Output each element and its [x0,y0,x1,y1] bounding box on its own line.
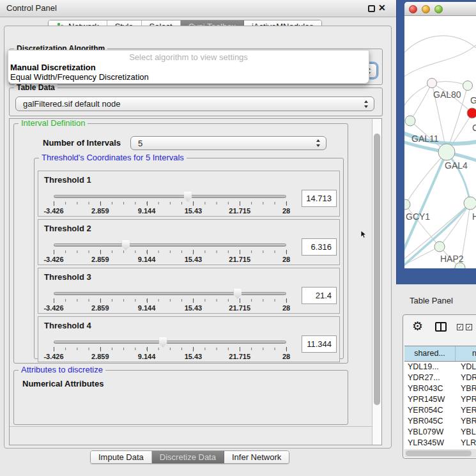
threshold-3-slider[interactable]: -3.4262.8599.14415.4321.71528 [54,289,286,313]
table-header-row: shared... na [404,346,476,362]
checkbox-icon[interactable]: ✓ [466,324,472,330]
tab-infer-network[interactable]: Infer Network [224,451,289,463]
threshold-3-value-field[interactable]: 21.4 [302,287,337,304]
bottom-tabs: Impute Data Discretize Data Infer Networ… [90,450,289,464]
table-row[interactable]: YPR145WYPR1 [404,394,476,405]
mouse-cursor [360,230,367,239]
node-hap2[interactable] [434,242,445,252]
table-panel-title: Table Panel [410,296,453,305]
threshold-1-value-field[interactable]: 14.713 [302,190,337,207]
control-panel-titlebar: Control Panel ✕ [0,0,396,17]
interval-definition-title: Interval Definition [19,119,88,128]
svg-text:GCY1: GCY1 [406,211,430,222]
tab-discretize-data[interactable]: Discretize Data [152,451,224,463]
popup-item-equal-width-frequency[interactable]: Equal Width/Frequency Discretization [10,72,149,82]
network-window-frame: GAL80 GA C GAL11 GAL4 GCY1 H HAP2 [396,0,476,284]
node-gal11[interactable] [405,116,415,126]
svg-text:GA: GA [470,95,476,105]
threshold-4-card: Threshold 4 -3.4262.8599.14415.4321.7152… [38,316,340,362]
gear-icon[interactable]: ⚙ [412,320,423,333]
float-window-icon[interactable] [368,5,375,12]
slider-thumb[interactable] [159,337,167,348]
slider-ticks [54,250,286,253]
node-selected-red[interactable] [467,108,476,118]
threshold-3-label: Threshold 3 [44,272,91,282]
table-row[interactable]: YBL079WYBL0 [404,427,476,438]
slider-thumb[interactable] [121,240,130,250]
svg-text:C: C [472,123,476,133]
number-of-intervals-value: 5 [138,137,142,150]
attributes-group [13,370,348,425]
settings-scrollpane: Interval Definition Number of Intervals … [9,118,382,445]
threshold-2-value-field[interactable]: 6.316 [302,238,337,256]
node-partial-g[interactable] [463,81,473,91]
table-panel-card: ⚙ ✓ ✓ shared... na YDL19...YDL1 YDR27...… [403,314,476,459]
attributes-group-title: Attributes to discretize [19,365,105,374]
threshold-4-label: Threshold 4 [44,321,91,330]
svg-text:H: H [472,211,476,222]
table-row[interactable]: YBR045CYBR0 [404,416,476,427]
svg-text:GAL11: GAL11 [411,134,439,144]
table-row[interactable]: YBR043CYBR0 [404,383,476,394]
panel-title: Control Panel [6,0,57,17]
scrollbar-thumb[interactable] [374,134,380,405]
slider-thumb[interactable] [233,289,242,299]
threshold-3-card: Threshold 3 -3.4262.8599.14415.4321.7152… [38,268,340,314]
minimize-traffic-light[interactable] [422,5,430,13]
node-table: shared... na YDL19...YDL1 YDR27...YDR2 Y… [404,346,476,459]
popup-item-manual-discretization[interactable]: Manual Discretization [10,63,96,72]
combo-arrows-icon [364,100,369,108]
svg-text:GAL4: GAL4 [445,160,468,171]
threshold-1-label: Threshold 1 [44,175,91,185]
network-window: GAL80 GA C GAL11 GAL4 GCY1 H HAP2 [404,2,476,268]
popup-placeholder-item: Select algorithm to view settings [8,52,369,62]
svg-text:GAL80: GAL80 [433,89,461,100]
zoom-traffic-light[interactable] [434,5,443,13]
number-of-intervals-combobox[interactable]: 5 [130,136,326,150]
split-view-icon[interactable] [435,322,447,332]
slider-track[interactable] [54,195,286,198]
slider-track[interactable] [54,243,286,247]
slider-thumb[interactable] [184,192,192,202]
table-row[interactable]: YLR345WYLR3 [404,438,476,449]
algorithm-dropdown-popup: Select algorithm to view settings Manual… [8,50,369,84]
table-panel-toolbar: ⚙ ✓ ✓ [403,315,476,342]
settings-vertical-scrollbar[interactable] [372,119,381,445]
threshold-4-slider[interactable]: -3.4262.8599.14415.4321.71528 [54,337,286,362]
table-data-value: galFiltered.sif default node [23,97,120,111]
thresholds-group-title: Threshold's Coordinates for 5 Intervals [39,153,187,162]
table-horizontal-scrollbar[interactable] [404,449,476,457]
table-data-title: Table Data [14,83,58,92]
threshold-2-card: Threshold 2 -3.4262.8599.14415.4321.7152… [38,219,340,265]
network-canvas[interactable]: GAL80 GA C GAL11 GAL4 GCY1 H HAP2 [404,16,476,268]
table-row[interactable]: YDR27...YDR2 [404,372,476,383]
threshold-2-slider[interactable]: -3.4262.8599.14415.4321.71528 [54,240,286,265]
divider [10,426,381,427]
table-row[interactable]: YER054CYER0 [404,405,476,416]
scrollbar-thumb[interactable] [406,450,472,456]
column-header-shared[interactable]: shared... [404,346,456,361]
threshold-1-slider[interactable]: -3.4262.8599.14415.4321.71528 [54,192,286,216]
slider-track[interactable] [54,292,286,295]
slider-ticks [54,299,286,302]
node-gal4[interactable] [438,144,455,160]
svg-text:HAP2: HAP2 [440,254,464,264]
close-icon[interactable]: ✕ [378,3,386,13]
slider-ticks [54,348,286,350]
threshold-4-value-field[interactable]: 11.344 [302,335,337,353]
table-data-combobox[interactable]: galFiltered.sif default node [15,96,374,111]
table-row[interactable]: YDL19...YDL1 [404,362,476,372]
close-traffic-light[interactable] [409,5,417,13]
network-window-titlebar [404,2,476,16]
slider-track[interactable] [54,341,286,344]
column-header-name[interactable]: na [456,346,476,361]
slider-ticks [54,202,286,204]
threshold-2-label: Threshold 2 [44,224,91,233]
checkbox-icon[interactable]: ✓ [457,324,463,330]
number-of-intervals-label: Number of Intervals [43,138,121,148]
node-gal80[interactable] [427,79,437,88]
combo-arrows-icon [316,139,321,147]
tab-impute-data[interactable]: Impute Data [91,451,152,463]
node-gcy1[interactable] [404,199,410,210]
node-h[interactable] [464,197,476,210]
